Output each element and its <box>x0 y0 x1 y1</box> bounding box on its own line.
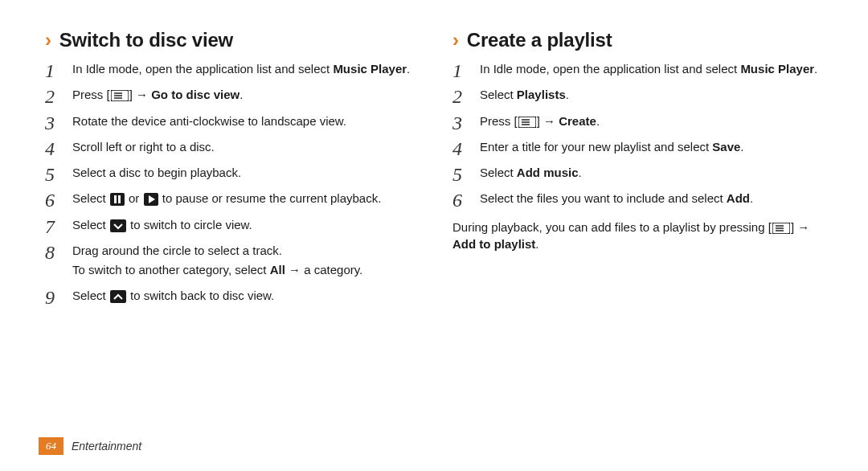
step-number: 4 <box>45 136 55 162</box>
page-footer: 64 Entertainment <box>39 437 141 455</box>
step-item: 2Select Playlists. <box>452 87 823 103</box>
step-number: 3 <box>452 110 462 136</box>
step-item: 5Select a disc to begin playback. <box>45 165 416 181</box>
step-text: Select Playlists. <box>480 87 823 103</box>
step-text: In Idle mode, open the application list … <box>480 61 823 77</box>
step-number: 3 <box>45 110 55 136</box>
play-icon <box>144 193 158 206</box>
step-text: Select to switch back to disc view. <box>72 288 416 304</box>
step-text: Select Add music. <box>480 165 823 181</box>
step-number: 1 <box>452 58 462 84</box>
right-column: ›Create a playlist 1In Idle mode, open t… <box>452 29 823 314</box>
heading-chevron-icon: › <box>452 29 459 51</box>
left-heading: ›Switch to disc view <box>45 29 416 51</box>
bold-term: Go to disc view <box>151 88 240 101</box>
step-text: Select to switch to circle view. <box>72 217 416 233</box>
bold-term: Create <box>559 114 596 128</box>
step-number: 5 <box>452 162 462 187</box>
step-text: Select a disc to begin playback. <box>72 165 416 181</box>
step-text: Drag around the circle to select a track… <box>72 243 416 259</box>
step-item: 5Select Add music. <box>452 165 823 181</box>
step-text: Press [] → Go to disc view. <box>72 87 416 103</box>
step-text: Enter a title for your new playlist and … <box>480 139 823 155</box>
step-item: 1In Idle mode, open the application list… <box>45 61 416 77</box>
step-number: 8 <box>45 240 55 265</box>
step-number: 6 <box>452 187 462 213</box>
step-extra-text: To switch to another category, select Al… <box>72 262 416 278</box>
bold-term: Music Player <box>740 62 814 76</box>
step-item: 8Drag around the circle to select a trac… <box>45 243 416 279</box>
section-label: Entertainment <box>72 440 141 453</box>
step-item: 3Rotate the device anti-clockwise to lan… <box>45 113 416 129</box>
step-number: 5 <box>45 162 55 187</box>
heading-chevron-icon: › <box>45 29 51 51</box>
step-item: 7Select to switch to circle view. <box>45 217 416 233</box>
manual-page: ›Switch to disc view 1In Idle mode, open… <box>0 0 868 471</box>
menu-icon <box>518 117 536 128</box>
svg-rect-6 <box>118 195 121 203</box>
step-item: 4Scroll left or right to a disc. <box>45 139 416 155</box>
step-text: Select the files you want to include and… <box>480 190 823 207</box>
two-column-layout: ›Switch to disc view 1In Idle mode, open… <box>45 29 823 314</box>
bold-term: Music Player <box>333 62 407 76</box>
step-item: 3Press [] → Create. <box>452 113 823 129</box>
step-number: 1 <box>45 58 55 84</box>
step-item: 1In Idle mode, open the application list… <box>452 61 823 77</box>
page-number-badge: 64 <box>39 437 63 455</box>
right-body-paragraph: During playback, you can add files to a … <box>452 219 823 252</box>
step-number: 4 <box>452 136 462 162</box>
right-heading: ›Create a playlist <box>452 29 823 51</box>
step-text: Scroll left or right to a disc. <box>72 139 416 155</box>
left-steps-list: 1In Idle mode, open the application list… <box>45 61 416 305</box>
step-number: 7 <box>45 214 55 240</box>
left-heading-text: Switch to disc view <box>59 29 233 51</box>
step-text: In Idle mode, open the application list … <box>72 61 416 77</box>
menu-icon <box>772 223 790 234</box>
step-item: 2Press [] → Go to disc view. <box>45 87 416 103</box>
bold-term: Add music <box>517 166 579 179</box>
bold-term: Playlists <box>517 88 566 101</box>
step-number: 2 <box>45 84 55 109</box>
step-item: 6Select the files you want to include an… <box>452 190 823 207</box>
bold-term: Add <box>727 191 750 205</box>
svg-rect-4 <box>110 193 125 206</box>
step-item: 6Select or to pause or resume the curren… <box>45 190 416 207</box>
left-column: ›Switch to disc view 1In Idle mode, open… <box>45 29 416 314</box>
disc-view-icon <box>110 290 126 303</box>
bold-term: Add to playlist <box>452 237 535 251</box>
step-number: 9 <box>45 285 55 310</box>
step-text: Select or to pause or resume the current… <box>72 190 416 207</box>
step-number: 6 <box>45 187 55 213</box>
menu-icon <box>111 90 129 101</box>
step-item: 9Select to switch back to disc view. <box>45 288 416 304</box>
right-steps-list: 1In Idle mode, open the application list… <box>452 61 823 207</box>
bold-term: Save <box>712 140 740 154</box>
pause-icon <box>110 193 125 206</box>
svg-rect-5 <box>114 195 117 203</box>
circle-view-icon <box>110 219 126 232</box>
svg-rect-10 <box>110 290 126 303</box>
step-text: Press [] → Create. <box>480 113 823 129</box>
step-text: Rotate the device anti-clockwise to land… <box>72 113 416 129</box>
svg-rect-9 <box>110 219 126 232</box>
bold-term: All <box>270 263 285 276</box>
step-item: 4Enter a title for your new playlist and… <box>452 139 823 155</box>
step-number: 2 <box>452 84 462 109</box>
right-heading-text: Create a playlist <box>467 29 612 51</box>
